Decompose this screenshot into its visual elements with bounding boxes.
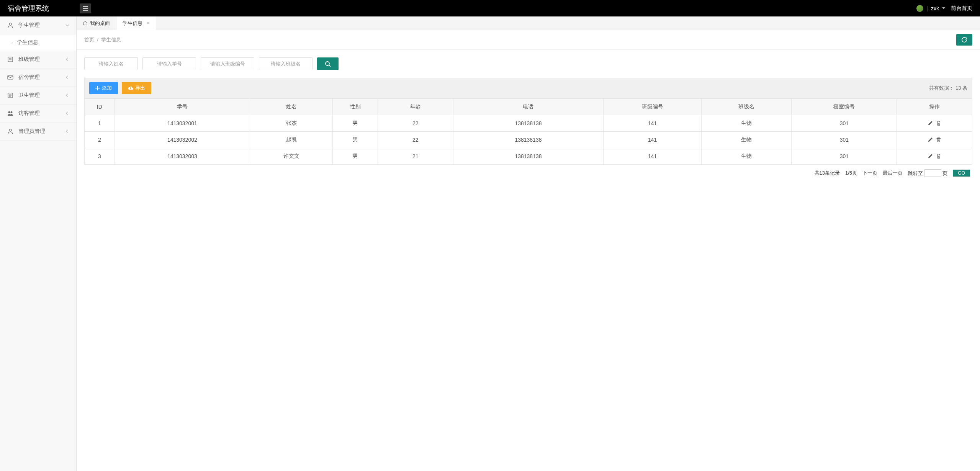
table-header-row: ID 学号 姓名 性别 年龄 电话 班级编号 班级名 寝室编号 操作 (85, 99, 972, 115)
pagination-last[interactable]: 最后一页 (883, 170, 903, 177)
avatar (916, 5, 923, 12)
export-label: 导出 (135, 85, 145, 92)
edit-icon[interactable] (928, 154, 933, 159)
classname-input[interactable] (259, 57, 312, 70)
cell-actions (897, 115, 972, 132)
pagination-page-suffix: 页 (942, 170, 947, 176)
name-input[interactable] (84, 57, 138, 70)
cell-age: 21 (378, 148, 453, 165)
pagination-total: 共13条记录 (815, 170, 840, 177)
svg-rect-1 (8, 57, 13, 62)
refresh-icon (962, 37, 967, 43)
action-bar: 添加 导出 共有数据： 13 条 (84, 78, 972, 98)
pagination-go-button[interactable]: GO (953, 170, 970, 177)
cell-actions (897, 148, 972, 165)
tabs-bar: 我的桌面 学生信息 ✕ (77, 16, 980, 30)
cell-sex: 男 (333, 148, 378, 165)
front-home-link[interactable]: 前台首页 (951, 5, 972, 12)
cell-classname: 生物 (701, 115, 792, 132)
pagination-jump-input[interactable] (924, 169, 941, 177)
chevron-left-icon (65, 57, 69, 61)
cell-classname: 生物 (701, 148, 792, 165)
sno-input[interactable] (142, 57, 196, 70)
sidebar-subitem-student-info[interactable]: › 学生信息 (0, 34, 76, 51)
divider: | (926, 5, 928, 11)
cell-id: 2 (85, 132, 115, 148)
refresh-button[interactable] (956, 34, 972, 46)
cell-phone: 138138138 (453, 115, 604, 132)
th-classno: 班级编号 (604, 99, 701, 115)
delete-icon[interactable] (936, 121, 941, 126)
chevron-left-icon (65, 111, 69, 115)
cell-sex: 男 (333, 132, 378, 148)
sidebar-item-dorm[interactable]: 宿舍管理 (0, 69, 76, 87)
cell-dorm: 301 (792, 132, 897, 148)
cell-classno: 141 (604, 132, 701, 148)
edit-icon[interactable] (928, 121, 933, 126)
delete-icon[interactable] (936, 137, 941, 142)
classno-input[interactable] (201, 57, 254, 70)
menu-icon (83, 6, 88, 11)
chevron-left-icon (65, 129, 69, 133)
cell-id: 1 (85, 115, 115, 132)
data-count: 共有数据： 13 条 (929, 85, 967, 92)
user-dropdown[interactable]: | zxk (916, 5, 945, 12)
export-button[interactable]: 导出 (122, 82, 151, 94)
th-dorm: 寝室编号 (792, 99, 897, 115)
th-sex: 性别 (333, 99, 378, 115)
document-icon (7, 56, 14, 63)
cell-classno: 141 (604, 148, 701, 165)
breadcrumb: 首页 / 学生信息 (84, 36, 121, 43)
table-row: 31413032003许文文男21138138138141生物301 (85, 148, 972, 165)
sidebar-item-label: 学生管理 (18, 22, 40, 29)
cell-age: 22 (378, 115, 453, 132)
chevron-left-icon (65, 93, 69, 97)
breadcrumb-home[interactable]: 首页 (84, 37, 94, 43)
table-row: 21413032002赵凯男22138138138141生物301 (85, 132, 972, 148)
header: 宿舍管理系统 | zxk 前台首页 (0, 0, 980, 16)
user-icon (7, 128, 14, 135)
table-row: 11413032001张杰男22138138138141生物301 (85, 115, 972, 132)
delete-icon[interactable] (936, 154, 941, 159)
cell-name: 赵凯 (250, 132, 333, 148)
tab-desktop[interactable]: 我的桌面 (77, 16, 116, 30)
tab-student-info[interactable]: 学生信息 ✕ (116, 16, 156, 30)
sidebar-item-visitor[interactable]: 访客管理 (0, 105, 76, 123)
th-age: 年龄 (378, 99, 453, 115)
tab-label: 学生信息 (123, 20, 142, 27)
cell-classno: 141 (604, 115, 701, 132)
pagination-jump-group: 跳转至 页 (908, 169, 947, 177)
edit-icon[interactable] (928, 137, 933, 142)
close-icon[interactable]: ✕ (146, 21, 150, 26)
breadcrumb-row: 首页 / 学生信息 (77, 30, 980, 50)
search-icon (325, 61, 331, 67)
th-sno: 学号 (115, 99, 250, 115)
search-button[interactable] (317, 57, 339, 70)
cell-dorm: 301 (792, 148, 897, 165)
tab-label: 我的桌面 (90, 20, 110, 27)
cloud-upload-icon (128, 86, 133, 90)
add-button[interactable]: 添加 (89, 82, 118, 94)
sidebar-item-class[interactable]: 班级管理 (0, 51, 76, 69)
plus-icon (95, 86, 100, 90)
cell-sno: 1413032002 (115, 132, 250, 148)
app-title: 宿舍管理系统 (8, 4, 49, 13)
user-icon (7, 22, 14, 29)
student-table: ID 学号 姓名 性别 年龄 电话 班级编号 班级名 寝室编号 操作 11413… (84, 98, 972, 165)
sidebar-item-clean[interactable]: 卫生管理 (0, 87, 76, 105)
cell-sno: 1413032001 (115, 115, 250, 132)
cell-phone: 138138138 (453, 148, 604, 165)
sidebar-item-student[interactable]: 学生管理 (0, 16, 76, 34)
pagination-next[interactable]: 下一页 (862, 170, 877, 177)
cell-name: 许文文 (250, 148, 333, 165)
pagination-jump-label: 跳转至 (908, 170, 923, 176)
svg-point-0 (9, 23, 11, 25)
sidebar-item-label: 班级管理 (18, 56, 40, 63)
search-row (84, 57, 972, 70)
sidebar: 学生管理 › 学生信息 班级管理 宿舍管理 (0, 16, 77, 471)
menu-toggle-button[interactable] (80, 3, 91, 13)
username: zxk (931, 5, 939, 11)
cell-sno: 1413032003 (115, 148, 250, 165)
svg-point-7 (326, 62, 329, 65)
sidebar-item-admin[interactable]: 管理员管理 (0, 123, 76, 141)
